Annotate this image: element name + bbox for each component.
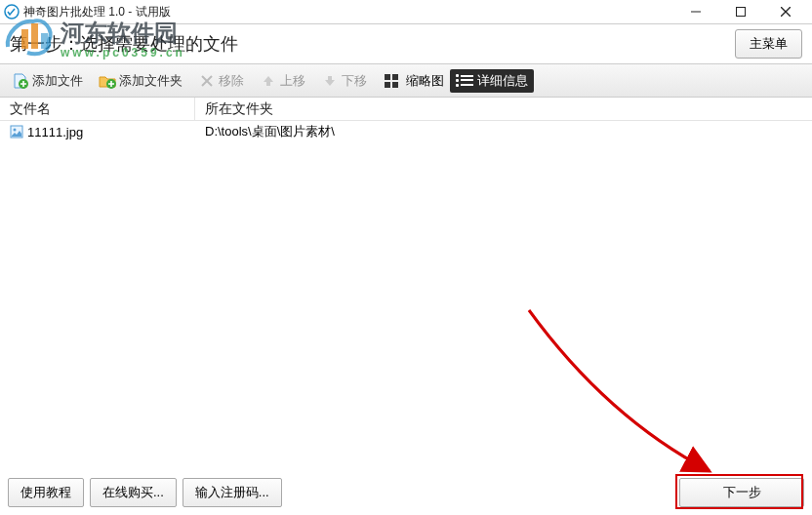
add-file-button[interactable]: 添加文件 [8, 70, 87, 92]
arrow-down-icon [321, 72, 339, 90]
toolbar: 添加文件 添加文件夹 移除 上移 下移 缩略图 [0, 64, 812, 98]
title-bar: 神奇图片批处理 1.0 - 试用版 [0, 0, 812, 23]
table-header: 文件名 所在文件夹 [0, 98, 812, 121]
arrow-up-icon [260, 72, 277, 90]
move-down-button[interactable]: 下移 [317, 70, 371, 92]
window-title: 神奇图片批处理 1.0 - 试用版 [23, 4, 673, 20]
buy-online-button[interactable]: 在线购买... [90, 478, 177, 507]
folder-add-icon [99, 72, 116, 90]
svg-rect-2 [737, 8, 746, 17]
main-menu-button[interactable]: 主菜单 [735, 29, 802, 59]
detail-label: 详细信息 [477, 72, 528, 90]
view-toggle-group: 缩略图 详细信息 [379, 69, 534, 93]
next-button[interactable]: 下一步 [679, 478, 804, 507]
add-folder-button[interactable]: 添加文件夹 [95, 70, 186, 92]
move-down-label: 下移 [342, 72, 367, 90]
document-add-icon [12, 72, 29, 90]
step-title: 第一步：选择需要处理的文件 [10, 32, 735, 56]
step-header: 第一步：选择需要处理的文件 主菜单 [0, 23, 812, 64]
add-folder-label: 添加文件夹 [119, 72, 183, 90]
table-row[interactable]: 11111.jpg D:\tools\桌面\图片素材\ [0, 121, 812, 142]
file-name-cell: 11111.jpg [27, 125, 83, 139]
file-folder-cell: D:\tools\桌面\图片素材\ [195, 123, 812, 140]
thumbnail-view-button[interactable]: 缩略图 [379, 69, 450, 93]
spacer [288, 478, 673, 507]
svg-point-13 [14, 129, 17, 132]
image-file-icon [10, 125, 23, 139]
thumbnail-label: 缩略图 [406, 72, 444, 90]
detail-view-button[interactable]: 详细信息 [450, 69, 534, 93]
move-up-button[interactable]: 上移 [256, 70, 309, 92]
minimize-button[interactable] [673, 0, 718, 23]
column-folder-header[interactable]: 所在文件夹 [195, 98, 812, 120]
remove-icon [198, 72, 216, 90]
file-list: 文件名 所在文件夹 11111.jpg D:\tools\桌面\图片素材\ [0, 98, 812, 445]
detail-list-icon [456, 74, 473, 88]
remove-button[interactable]: 移除 [194, 70, 248, 92]
add-file-label: 添加文件 [32, 72, 83, 90]
thumbnail-icon [385, 74, 402, 88]
maximize-button[interactable] [718, 0, 763, 23]
close-button[interactable] [763, 0, 808, 23]
column-filename-header[interactable]: 文件名 [0, 98, 195, 120]
bottom-bar: 使用教程 在线购买... 输入注册码... 下一步 [8, 478, 804, 507]
enter-code-button[interactable]: 输入注册码... [183, 478, 282, 507]
tutorial-button[interactable]: 使用教程 [8, 478, 84, 507]
move-up-label: 上移 [280, 72, 305, 90]
remove-label: 移除 [219, 72, 244, 90]
app-icon [4, 4, 20, 20]
window-controls [673, 0, 808, 23]
